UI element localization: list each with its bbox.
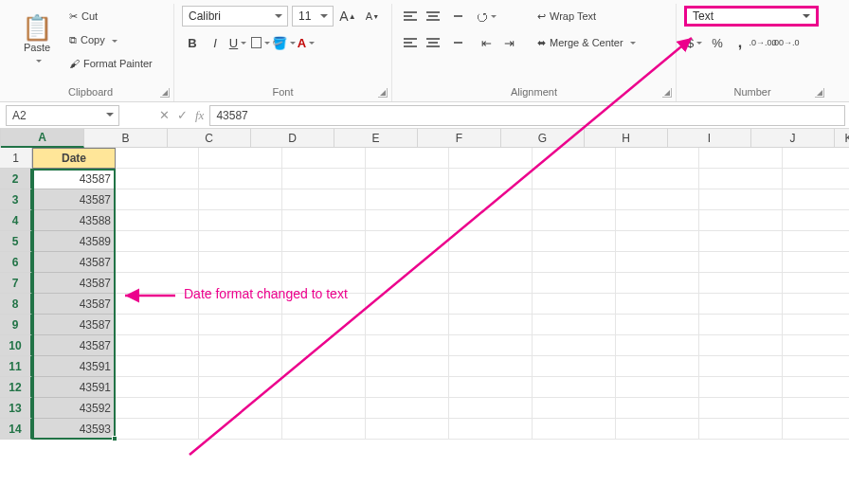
cell[interactable] (282, 377, 366, 398)
cells-area[interactable]: Date435874358743588435894358743587435874… (32, 148, 849, 440)
column-header[interactable]: H (585, 129, 668, 148)
cell[interactable] (533, 315, 616, 335)
align-center-button[interactable] (423, 32, 443, 53)
row-header[interactable]: 11 (0, 356, 32, 377)
cell[interactable] (199, 315, 282, 335)
cell[interactable] (449, 252, 533, 273)
cell[interactable] (533, 169, 616, 189)
wrap-text-button[interactable]: ↩ Wrap Text (533, 6, 641, 27)
cell[interactable] (533, 377, 616, 398)
percent-format-button[interactable]: % (707, 32, 728, 53)
cell[interactable] (116, 231, 199, 252)
cell[interactable] (449, 294, 533, 315)
increase-font-button[interactable]: A▲ (337, 6, 358, 27)
cell[interactable]: 43587 (32, 315, 116, 335)
cell[interactable] (449, 210, 533, 231)
cell[interactable] (533, 273, 616, 294)
borders-button[interactable] (250, 32, 271, 53)
cell[interactable] (533, 356, 616, 377)
font-name-combo[interactable]: Calibri (182, 6, 288, 27)
increase-decimal-button[interactable]: .0→.00 (752, 32, 773, 53)
cell[interactable] (366, 148, 449, 169)
column-header[interactable]: F (418, 129, 501, 148)
cell[interactable] (199, 335, 282, 356)
row-header[interactable]: 9 (0, 315, 32, 335)
row-header[interactable]: 4 (0, 210, 32, 231)
cell[interactable] (116, 148, 199, 169)
cell[interactable] (699, 419, 783, 440)
cell[interactable] (533, 148, 616, 169)
row-header[interactable]: 2 (0, 169, 32, 189)
cell[interactable] (449, 169, 533, 189)
cell[interactable] (282, 273, 366, 294)
cell[interactable] (533, 398, 616, 419)
row-header[interactable]: 13 (0, 398, 32, 419)
cell[interactable] (366, 419, 449, 440)
font-size-combo[interactable]: 11 (292, 6, 334, 27)
number-format-combo[interactable]: Text (684, 6, 819, 27)
cell[interactable] (116, 419, 199, 440)
cell[interactable] (783, 419, 849, 440)
cell[interactable] (282, 335, 366, 356)
cell[interactable] (783, 252, 849, 273)
cell[interactable] (366, 356, 449, 377)
cell[interactable] (449, 335, 533, 356)
cell[interactable] (533, 335, 616, 356)
cell[interactable] (449, 189, 533, 210)
cell[interactable] (533, 231, 616, 252)
cell[interactable] (699, 398, 783, 419)
cell[interactable]: 43587 (32, 252, 116, 273)
align-left-button[interactable] (400, 32, 421, 53)
cell[interactable] (366, 398, 449, 419)
row-header[interactable]: 10 (0, 335, 32, 356)
cell[interactable] (783, 169, 849, 189)
cell[interactable] (449, 419, 533, 440)
cell[interactable] (533, 210, 616, 231)
cell[interactable] (533, 294, 616, 315)
column-header[interactable]: I (668, 129, 751, 148)
cell[interactable] (616, 189, 699, 210)
cell[interactable] (699, 231, 783, 252)
cell[interactable] (449, 398, 533, 419)
align-right-button[interactable] (445, 32, 466, 53)
cell[interactable] (116, 252, 199, 273)
cell[interactable] (616, 169, 699, 189)
row-header[interactable]: 7 (0, 273, 32, 294)
cell[interactable] (616, 210, 699, 231)
column-header[interactable]: A (1, 129, 84, 148)
cell[interactable] (783, 273, 849, 294)
cell[interactable] (699, 189, 783, 210)
cell[interactable] (366, 294, 449, 315)
cell[interactable] (366, 252, 449, 273)
cell[interactable] (699, 294, 783, 315)
cell[interactable] (199, 148, 282, 169)
cell[interactable] (616, 315, 699, 335)
cell[interactable] (282, 315, 366, 335)
cell[interactable] (783, 398, 849, 419)
cell[interactable] (533, 252, 616, 273)
font-color-button[interactable]: A (296, 32, 316, 53)
cell[interactable]: 43587 (32, 169, 116, 189)
cell[interactable] (616, 231, 699, 252)
cell[interactable] (783, 315, 849, 335)
formula-input[interactable]: 43587 (209, 105, 845, 126)
cell[interactable] (616, 273, 699, 294)
cell[interactable] (783, 335, 849, 356)
cell[interactable] (699, 148, 783, 169)
cell[interactable] (199, 419, 282, 440)
cell[interactable] (116, 398, 199, 419)
cell[interactable] (366, 210, 449, 231)
row-header[interactable]: 1 (0, 148, 32, 169)
column-header[interactable]: J (751, 129, 835, 148)
dialog-launcher-icon[interactable] (815, 88, 824, 98)
cell[interactable] (783, 148, 849, 169)
cell[interactable] (783, 231, 849, 252)
orientation-button[interactable]: ⭯ (476, 6, 497, 27)
cell[interactable] (616, 377, 699, 398)
cell[interactable]: 43589 (32, 231, 116, 252)
row-header[interactable]: 6 (0, 252, 32, 273)
name-box[interactable]: A2 (6, 105, 119, 126)
cell[interactable] (282, 356, 366, 377)
cell[interactable] (116, 356, 199, 377)
cell[interactable] (533, 419, 616, 440)
